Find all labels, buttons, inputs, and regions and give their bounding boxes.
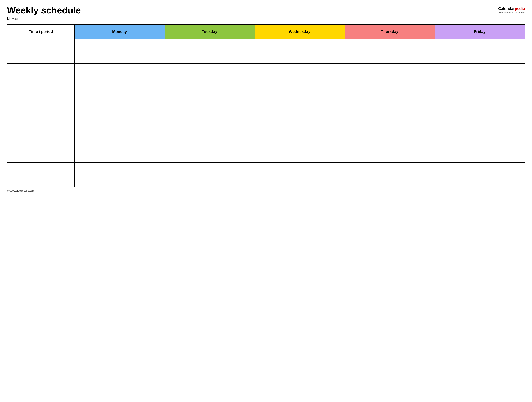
schedule-cell[interactable] bbox=[345, 76, 435, 88]
col-header-wednesday: Wednesday bbox=[254, 25, 345, 39]
name-label: Name: bbox=[7, 17, 81, 21]
time-cell[interactable] bbox=[7, 150, 75, 162]
schedule-table: Time / period Monday Tuesday Wednesday T… bbox=[7, 24, 525, 187]
schedule-cell[interactable] bbox=[165, 101, 254, 113]
time-cell[interactable] bbox=[7, 125, 75, 138]
table-row bbox=[7, 125, 525, 138]
col-header-thursday: Thursday bbox=[345, 25, 435, 39]
schedule-cell[interactable] bbox=[345, 175, 435, 187]
footer: © www.calendarpedia.com bbox=[7, 189, 525, 192]
schedule-cell[interactable] bbox=[165, 150, 254, 162]
schedule-cell[interactable] bbox=[435, 175, 525, 187]
schedule-cell[interactable] bbox=[435, 101, 525, 113]
schedule-cell[interactable] bbox=[254, 150, 345, 162]
copyright-text: © www.calendarpedia.com bbox=[7, 189, 34, 192]
schedule-cell[interactable] bbox=[75, 39, 165, 51]
time-cell[interactable] bbox=[7, 76, 75, 88]
schedule-cell[interactable] bbox=[345, 113, 435, 125]
schedule-cell[interactable] bbox=[75, 150, 165, 162]
schedule-cell[interactable] bbox=[254, 64, 345, 76]
logo-section: Calendarpedia Your source for calendars bbox=[498, 6, 525, 14]
schedule-cell[interactable] bbox=[254, 101, 345, 113]
schedule-cell[interactable] bbox=[345, 39, 435, 51]
schedule-cell[interactable] bbox=[75, 76, 165, 88]
schedule-cell[interactable] bbox=[345, 64, 435, 76]
table-row bbox=[7, 101, 525, 113]
schedule-cell[interactable] bbox=[435, 113, 525, 125]
schedule-cell[interactable] bbox=[165, 88, 254, 101]
time-cell[interactable] bbox=[7, 88, 75, 101]
schedule-cell[interactable] bbox=[435, 64, 525, 76]
schedule-cell[interactable] bbox=[165, 175, 254, 187]
schedule-cell[interactable] bbox=[345, 150, 435, 162]
schedule-cell[interactable] bbox=[254, 76, 345, 88]
col-header-time: Time / period bbox=[7, 25, 75, 39]
table-row bbox=[7, 64, 525, 76]
schedule-cell[interactable] bbox=[254, 138, 345, 150]
schedule-cell[interactable] bbox=[165, 76, 254, 88]
schedule-cell[interactable] bbox=[345, 138, 435, 150]
table-header-row: Time / period Monday Tuesday Wednesday T… bbox=[7, 25, 525, 39]
page-title: Weekly schedule bbox=[7, 5, 81, 15]
schedule-cell[interactable] bbox=[75, 125, 165, 138]
table-row bbox=[7, 39, 525, 51]
col-header-monday: Monday bbox=[75, 25, 165, 39]
schedule-cell[interactable] bbox=[165, 51, 254, 64]
schedule-cell[interactable] bbox=[254, 39, 345, 51]
schedule-cell[interactable] bbox=[165, 64, 254, 76]
schedule-cell[interactable] bbox=[435, 39, 525, 51]
table-row bbox=[7, 113, 525, 125]
schedule-cell[interactable] bbox=[345, 101, 435, 113]
schedule-cell[interactable] bbox=[345, 125, 435, 138]
schedule-cell[interactable] bbox=[75, 101, 165, 113]
time-cell[interactable] bbox=[7, 113, 75, 125]
schedule-cell[interactable] bbox=[75, 88, 165, 101]
schedule-cell[interactable] bbox=[254, 175, 345, 187]
time-cell[interactable] bbox=[7, 101, 75, 113]
table-row bbox=[7, 51, 525, 64]
page-header: Weekly schedule Name: Calendarpedia Your… bbox=[7, 5, 525, 21]
schedule-cell[interactable] bbox=[435, 162, 525, 175]
schedule-cell[interactable] bbox=[254, 162, 345, 175]
time-cell[interactable] bbox=[7, 175, 75, 187]
col-header-friday: Friday bbox=[435, 25, 525, 39]
schedule-cell[interactable] bbox=[165, 113, 254, 125]
time-cell[interactable] bbox=[7, 64, 75, 76]
schedule-cell[interactable] bbox=[254, 88, 345, 101]
col-header-tuesday: Tuesday bbox=[165, 25, 254, 39]
time-cell[interactable] bbox=[7, 39, 75, 51]
schedule-cell[interactable] bbox=[75, 51, 165, 64]
schedule-cell[interactable] bbox=[254, 125, 345, 138]
schedule-cell[interactable] bbox=[435, 150, 525, 162]
schedule-cell[interactable] bbox=[75, 162, 165, 175]
time-cell[interactable] bbox=[7, 162, 75, 175]
schedule-cell[interactable] bbox=[75, 138, 165, 150]
schedule-cell[interactable] bbox=[165, 162, 254, 175]
table-row bbox=[7, 162, 525, 175]
schedule-cell[interactable] bbox=[435, 125, 525, 138]
schedule-cell[interactable] bbox=[165, 138, 254, 150]
schedule-cell[interactable] bbox=[435, 88, 525, 101]
table-row bbox=[7, 88, 525, 101]
logo-pedia: pedia bbox=[515, 6, 525, 11]
schedule-cell[interactable] bbox=[254, 113, 345, 125]
schedule-cell[interactable] bbox=[435, 138, 525, 150]
schedule-cell[interactable] bbox=[345, 162, 435, 175]
time-cell[interactable] bbox=[7, 138, 75, 150]
schedule-cell[interactable] bbox=[254, 51, 345, 64]
schedule-cell[interactable] bbox=[165, 125, 254, 138]
time-cell[interactable] bbox=[7, 51, 75, 64]
schedule-cell[interactable] bbox=[435, 51, 525, 64]
schedule-cell[interactable] bbox=[75, 64, 165, 76]
logo-text: Calendarpedia bbox=[498, 6, 525, 11]
schedule-cell[interactable] bbox=[75, 175, 165, 187]
schedule-cell[interactable] bbox=[165, 39, 254, 51]
schedule-cell[interactable] bbox=[75, 113, 165, 125]
schedule-cell[interactable] bbox=[345, 88, 435, 101]
table-row bbox=[7, 138, 525, 150]
title-section: Weekly schedule Name: bbox=[7, 5, 81, 21]
schedule-cell[interactable] bbox=[345, 51, 435, 64]
logo-calendar: Calendar bbox=[498, 6, 515, 11]
logo-tagline: Your source for calendars bbox=[499, 11, 525, 14]
schedule-cell[interactable] bbox=[435, 76, 525, 88]
